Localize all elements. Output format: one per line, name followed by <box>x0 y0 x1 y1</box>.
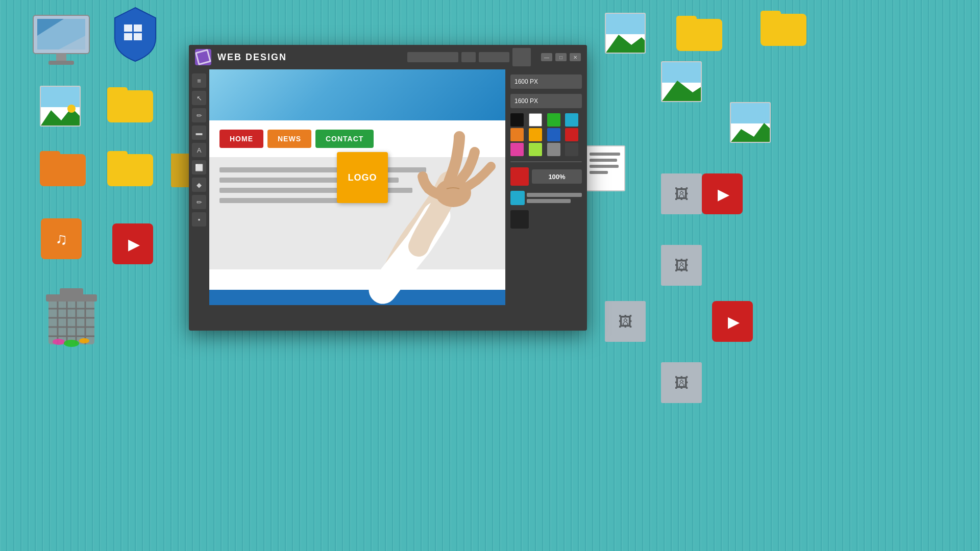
toolbar-btn-3[interactable] <box>512 48 531 66</box>
zoom-row: 100% <box>510 167 582 186</box>
panel-divider <box>510 161 582 162</box>
svg-rect-9 <box>134 33 142 40</box>
tool-shape[interactable]: ▬ <box>192 126 206 140</box>
svg-rect-4 <box>56 54 66 62</box>
cyan-square[interactable] <box>510 191 525 205</box>
tool-menu[interactable]: ≡ <box>192 73 206 88</box>
swatch-blue[interactable] <box>547 128 560 141</box>
folder-yellow-right-1[interactable] <box>676 13 722 51</box>
swatch-orange[interactable] <box>510 128 524 141</box>
svg-rect-14 <box>48 298 94 344</box>
maximize-button[interactable]: □ <box>555 53 567 61</box>
swatch-gray[interactable] <box>547 143 560 156</box>
folder-yellow-right-2[interactable] <box>761 8 806 46</box>
tool-select[interactable]: ↖ <box>192 91 206 105</box>
title-bar: WEB DESIGN — □ ✕ <box>189 45 587 69</box>
swatch-green[interactable] <box>547 113 560 127</box>
svg-point-27 <box>79 338 89 343</box>
app-window: WEB DESIGN — □ ✕ ≡ ↖ ✏ ▬ A ⬜ ◆ ✏ ▪ <box>189 45 587 331</box>
swatch-black[interactable] <box>510 113 524 127</box>
svg-point-26 <box>64 340 79 347</box>
folder-yellow-left-2[interactable] <box>107 148 153 186</box>
tool-eyedrop[interactable]: ▪ <box>192 212 206 227</box>
app-icon <box>195 49 211 65</box>
tool-eraser[interactable]: ✏ <box>192 195 206 209</box>
swatch-darkgray[interactable] <box>565 143 578 156</box>
left-toolbar: ≡ ↖ ✏ ▬ A ⬜ ◆ ✏ ▪ <box>189 69 209 305</box>
tool-pencil[interactable]: ✏ <box>192 108 206 122</box>
svg-rect-6 <box>124 24 132 32</box>
title-bar-controls: — □ ✕ <box>407 48 581 66</box>
doc-icon-right[interactable] <box>584 145 625 191</box>
content-line-1 <box>219 167 426 172</box>
panel-lines-widget <box>527 193 582 203</box>
active-color-box[interactable] <box>510 167 529 186</box>
svg-rect-24 <box>60 288 83 296</box>
cyan-widget <box>510 191 582 205</box>
window-title: WEB DESIGN <box>217 52 407 63</box>
trash-can-icon[interactable] <box>43 283 100 352</box>
swatch-red[interactable] <box>565 128 578 141</box>
folder-yellow-left[interactable] <box>107 84 153 122</box>
image-icon-right-1[interactable] <box>605 13 646 54</box>
music-icon[interactable]: ♫ <box>41 218 82 259</box>
nav-home-btn[interactable]: HOME <box>219 130 263 148</box>
play-icon-right-2[interactable] <box>712 301 753 342</box>
svg-point-11 <box>67 105 76 113</box>
image-icon-right-gray-4[interactable] <box>661 362 702 403</box>
folder-orange-left[interactable] <box>40 148 86 186</box>
canvas-area: ≡ ↖ ✏ ▬ A ⬜ ◆ ✏ ▪ HOME NEWS CONTACT <box>189 69 587 305</box>
swatch-cyan[interactable] <box>565 113 578 127</box>
image-icon-right-gray-3[interactable] <box>605 301 646 342</box>
image-icon-left-1[interactable] <box>40 86 81 127</box>
play-icon-right-1[interactable] <box>702 173 743 214</box>
toolbar-input-1[interactable] <box>407 52 458 62</box>
toolbar-btn-1[interactable] <box>461 52 476 62</box>
svg-marker-29 <box>662 81 702 101</box>
right-panel: 1600 PX 1600 PX <box>505 69 587 305</box>
image-icon-right-3[interactable] <box>730 102 771 143</box>
play-icon-left[interactable] <box>112 223 153 264</box>
shield-icon <box>110 5 161 66</box>
swatch-lime[interactable] <box>529 143 542 156</box>
monitor-icon <box>28 8 94 71</box>
height-input[interactable]: 1600 PX <box>510 94 582 108</box>
svg-marker-28 <box>606 35 646 53</box>
nav-contact-btn[interactable]: CONTACT <box>315 130 374 148</box>
zoom-level[interactable]: 100% <box>532 169 582 184</box>
tool-text[interactable]: A <box>192 143 206 157</box>
swatch-white[interactable] <box>529 113 542 127</box>
color-palette <box>510 113 582 156</box>
design-canvas[interactable]: HOME NEWS CONTACT LOGO <box>209 69 505 305</box>
minimize-button[interactable]: — <box>541 53 552 61</box>
svg-rect-13 <box>171 154 190 162</box>
tool-diamond[interactable]: ◆ <box>192 178 206 192</box>
logo-sticky-note[interactable]: LOGO <box>337 152 388 203</box>
image-icon-right-gray-1[interactable] <box>661 173 702 214</box>
svg-rect-5 <box>48 61 74 65</box>
close-button[interactable]: ✕ <box>570 53 581 61</box>
panel-line-1 <box>527 193 582 197</box>
svg-rect-8 <box>124 33 132 40</box>
svg-marker-30 <box>731 123 771 142</box>
image-icon-right-2[interactable] <box>661 61 702 102</box>
image-icon-right-gray-2[interactable] <box>661 245 702 286</box>
svg-point-25 <box>53 339 65 345</box>
swatch-orange2[interactable] <box>529 128 542 141</box>
site-content-area: LOGO <box>209 157 505 269</box>
width-input[interactable]: 1600 PX <box>510 74 582 89</box>
tool-rect[interactable]: ⬜ <box>192 160 206 174</box>
site-footer-bar <box>209 290 505 305</box>
panel-line-2 <box>527 199 571 203</box>
toolbar-btn-2[interactable] <box>479 52 509 62</box>
svg-rect-7 <box>134 24 142 32</box>
black-square-tool[interactable] <box>510 210 529 229</box>
swatch-pink[interactable] <box>510 143 524 156</box>
site-header-bg <box>209 69 505 120</box>
nav-news-btn[interactable]: NEWS <box>267 130 311 148</box>
